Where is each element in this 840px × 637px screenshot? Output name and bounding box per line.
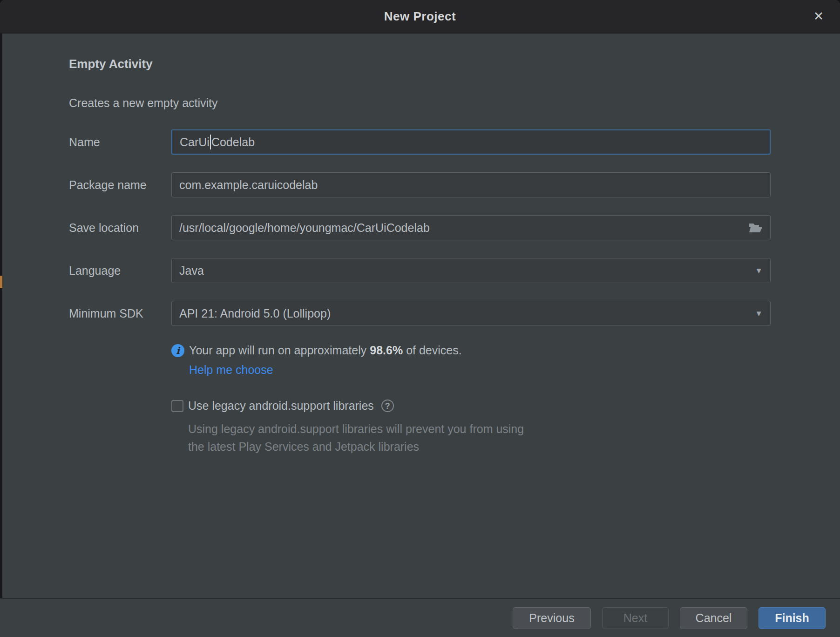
name-row: Name CarUiCodelab [69, 129, 771, 155]
dialog-content: Empty Activity Creates a new empty activ… [0, 57, 840, 455]
info-icon: i [171, 344, 184, 357]
cancel-button[interactable]: Cancel [680, 607, 747, 629]
device-percentage: 98.6% [370, 344, 403, 357]
dialog-title: New Project [384, 9, 456, 24]
close-icon[interactable]: ✕ [809, 7, 828, 26]
finish-button[interactable]: Finish [759, 607, 826, 629]
next-button: Next [602, 607, 669, 629]
save-location-label: Save location [69, 221, 171, 235]
folder-open-icon [749, 222, 763, 233]
new-project-form: Name CarUiCodelab Package name com.examp… [69, 129, 771, 326]
language-value: Java [179, 264, 204, 278]
sdk-info-text: Your app will run on approximately98.6%o… [189, 344, 462, 357]
save-location-row: Save location /usr/local/google/home/you… [69, 215, 771, 240]
package-name-label: Package name [69, 178, 171, 192]
minimum-sdk-dropdown[interactable]: API 21: Android 5.0 (Lollipop) ▼ [171, 301, 771, 326]
help-me-choose-link[interactable]: Help me choose [189, 363, 273, 377]
page-title: Empty Activity [69, 57, 771, 71]
minimum-sdk-value: API 21: Android 5.0 (Lollipop) [179, 307, 331, 320]
package-name-row: Package name com.example.caruicodelab [69, 172, 771, 197]
dialog-titlebar: New Project ✕ [0, 0, 840, 34]
name-value-after-caret: Codelab [211, 136, 255, 149]
sdk-info-row: i Your app will run on approximately98.6… [171, 344, 771, 357]
sdk-info-block: i Your app will run on approximately98.6… [171, 344, 771, 377]
language-row: Language Java ▼ [69, 258, 771, 283]
legacy-hint-line2: the latest Play Services and Jetpack lib… [188, 438, 771, 455]
legacy-support-row: Use legacy android.support libraries ? [171, 399, 771, 413]
save-location-value: /usr/local/google/home/youngmac/CarUiCod… [179, 221, 430, 235]
package-name-value: com.example.caruicodelab [179, 178, 318, 192]
help-icon[interactable]: ? [381, 400, 394, 412]
dropdown-arrow-icon: ▼ [755, 310, 763, 318]
name-value-before-caret: CarUi [180, 136, 210, 149]
name-label: Name [69, 136, 171, 149]
package-name-input[interactable]: com.example.caruicodelab [171, 172, 771, 197]
legacy-support-label: Use legacy android.support libraries [188, 399, 374, 413]
language-label: Language [69, 264, 171, 278]
text-caret [210, 135, 211, 149]
legacy-support-block: Use legacy android.support libraries ? U… [171, 399, 771, 455]
name-input[interactable]: CarUiCodelab [171, 129, 771, 155]
legacy-hint-line1: Using legacy android.support libraries w… [188, 420, 771, 438]
minimum-sdk-row: Minimum SDK API 21: Android 5.0 (Lollipo… [69, 301, 771, 326]
legacy-support-hint: Using legacy android.support libraries w… [188, 420, 771, 455]
minimum-sdk-label: Minimum SDK [69, 307, 171, 320]
language-dropdown[interactable]: Java ▼ [171, 258, 771, 283]
background-screen-artifact [0, 276, 2, 288]
dropdown-arrow-icon: ▼ [755, 267, 763, 275]
save-location-input[interactable]: /usr/local/google/home/youngmac/CarUiCod… [171, 215, 771, 240]
legacy-support-checkbox[interactable] [171, 400, 183, 412]
dialog-footer: Previous Next Cancel Finish [0, 598, 840, 637]
window-left-edge [0, 34, 2, 637]
browse-folder-button[interactable] [749, 222, 763, 233]
previous-button[interactable]: Previous [513, 607, 591, 629]
new-project-dialog: New Project ✕ Empty Activity Creates a n… [0, 0, 840, 637]
page-subtitle: Creates a new empty activity [69, 96, 771, 110]
